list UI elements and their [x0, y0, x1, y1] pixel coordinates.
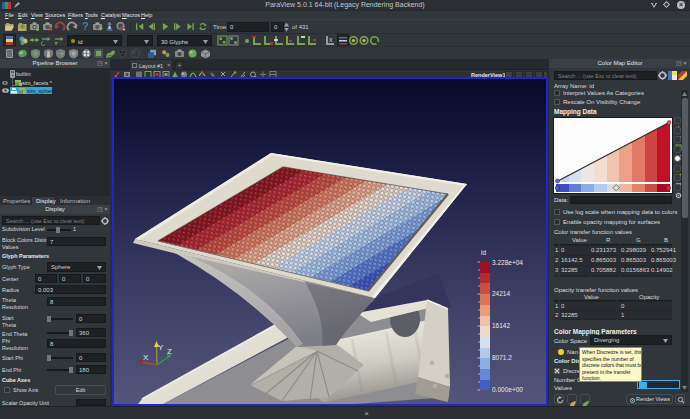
svg-text:x: x — [329, 36, 333, 43]
svg-text:16142: 16142 — [492, 322, 510, 329]
svg-text:X: X — [143, 353, 149, 362]
svg-text:Z: Z — [167, 347, 172, 356]
svg-text:id: id — [481, 249, 486, 256]
svg-text:✎: ✎ — [210, 72, 215, 78]
svg-text:8071.2: 8071.2 — [492, 354, 512, 361]
svg-text:?: ? — [82, 20, 89, 32]
svg-text:24214: 24214 — [492, 290, 510, 297]
svg-text:3.228e+04: 3.228e+04 — [492, 259, 523, 266]
svg-text:0.000e+00: 0.000e+00 — [492, 386, 523, 393]
svg-text:Y: Y — [158, 343, 164, 352]
